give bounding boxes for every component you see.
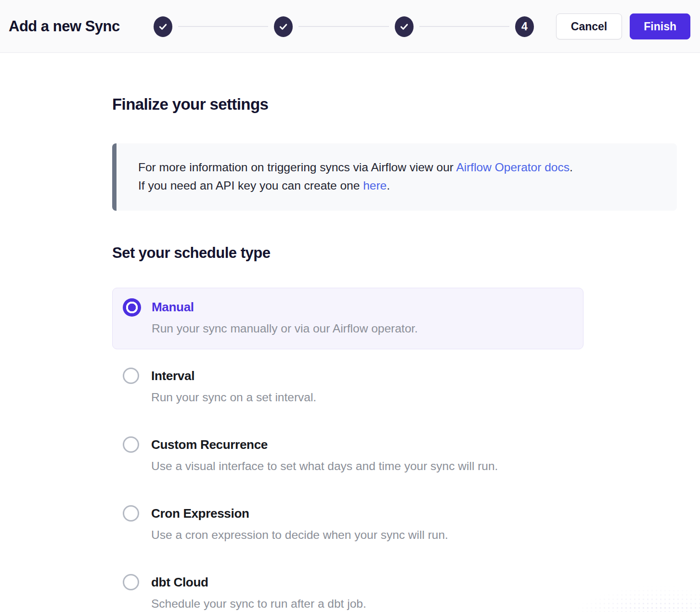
- option-description: Use a visual interface to set what days …: [151, 458, 498, 474]
- step-progress-indicator: 4: [154, 0, 534, 53]
- radio-dbt-cloud[interactable]: [123, 574, 139, 590]
- step-3-complete: [395, 16, 414, 37]
- info-callout-text: For more information on triggering syncs…: [138, 158, 658, 195]
- schedule-option-dbt-cloud[interactable]: dbt Cloud Schedule your sync to run afte…: [112, 563, 583, 612]
- schedule-option-interval[interactable]: Interval Run your sync on a set interval…: [112, 357, 583, 418]
- option-title: Interval: [151, 367, 316, 384]
- option-text: Manual Run your sync manually or via our…: [152, 298, 418, 337]
- schedule-type-options: Manual Run your sync manually or via our…: [112, 288, 700, 612]
- info-text-segment: .: [570, 161, 573, 174]
- check-icon: [158, 22, 168, 31]
- radio-custom-recurrence[interactable]: [123, 436, 139, 453]
- info-callout-accent-bar: [112, 143, 117, 211]
- option-title: Custom Recurrence: [151, 436, 498, 453]
- option-text: Interval Run your sync on a set interval…: [151, 367, 316, 406]
- info-text-segment: For more information on triggering syncs…: [138, 161, 456, 174]
- info-text-segment: If you need an API key you can create on…: [138, 179, 363, 192]
- cancel-button[interactable]: Cancel: [556, 13, 622, 39]
- schedule-option-manual[interactable]: Manual Run your sync manually or via our…: [112, 288, 583, 349]
- radio-manual-selected[interactable]: [123, 298, 141, 317]
- info-callout: For more information on triggering syncs…: [112, 143, 677, 211]
- step-connector: [298, 26, 389, 27]
- option-description: Run your sync manually or via our Airflo…: [152, 320, 418, 337]
- wizard-header: Add a new Sync 4 Cancel Finish: [0, 0, 700, 53]
- section-heading-schedule-type: Set your schedule type: [112, 244, 700, 262]
- airflow-operator-docs-link[interactable]: Airflow Operator docs: [456, 161, 570, 174]
- option-description: Use a cron expression to decide when you…: [151, 527, 448, 543]
- main-content: Finalize your settings For more informat…: [0, 53, 700, 612]
- schedule-option-cron-expression[interactable]: Cron Expression Use a cron expression to…: [112, 494, 583, 556]
- radio-cron-expression[interactable]: [123, 505, 139, 522]
- radio-interval[interactable]: [123, 368, 139, 384]
- option-description: Run your sync on a set interval.: [151, 389, 316, 406]
- option-description: Schedule your sync to run after a dbt jo…: [151, 596, 366, 612]
- check-icon: [279, 22, 288, 31]
- option-text: Custom Recurrence Use a visual interface…: [151, 436, 498, 474]
- info-line-2: If you need an API key you can create on…: [138, 177, 658, 195]
- option-title: Manual: [152, 298, 418, 316]
- option-text: Cron Expression Use a cron expression to…: [151, 505, 448, 543]
- header-actions: Cancel Finish: [556, 0, 690, 53]
- step-2-complete: [274, 16, 293, 37]
- step-1-complete: [154, 16, 172, 37]
- check-icon: [400, 22, 409, 31]
- option-title: dbt Cloud: [151, 574, 366, 591]
- page-title: Add a new Sync: [9, 0, 120, 53]
- info-text-segment: .: [387, 179, 390, 192]
- step-connector: [419, 26, 509, 27]
- schedule-option-custom-recurrence[interactable]: Custom Recurrence Use a visual interface…: [112, 425, 583, 487]
- step-number: 4: [521, 20, 528, 33]
- info-line-1: For more information on triggering syncs…: [138, 158, 658, 177]
- step-4-current: 4: [515, 16, 534, 37]
- finish-button[interactable]: Finish: [630, 13, 690, 39]
- api-key-here-link[interactable]: here: [363, 179, 387, 192]
- section-heading-finalize: Finalize your settings: [112, 95, 700, 114]
- option-text: dbt Cloud Schedule your sync to run afte…: [151, 574, 366, 612]
- option-title: Cron Expression: [151, 505, 448, 522]
- step-connector: [178, 26, 268, 27]
